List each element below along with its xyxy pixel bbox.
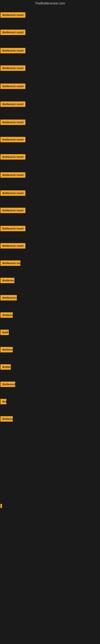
- bottleneck-item-13[interactable]: Bottleneck result: [0, 226, 25, 231]
- bottleneck-item-23[interactable]: Bot: [0, 399, 6, 404]
- bottleneck-item-15[interactable]: Bottleneck res: [0, 260, 20, 266]
- site-title: TheBottlenecker.com: [0, 0, 100, 7]
- bottleneck-item-25[interactable]: [0, 504, 2, 508]
- bottleneck-item-7[interactable]: Bottleneck result: [0, 120, 25, 125]
- bottleneck-item-11[interactable]: Bottleneck result: [0, 190, 25, 196]
- bottleneck-item-22[interactable]: Bottleneck: [0, 382, 15, 387]
- bottleneck-item-3[interactable]: Bottleneck result: [0, 48, 25, 53]
- bottleneck-item-2[interactable]: Bottleneck result: [0, 30, 25, 35]
- bottleneck-item-4[interactable]: Bottleneck result: [0, 66, 25, 71]
- bottleneck-item-12[interactable]: Bottleneck result: [0, 208, 25, 213]
- bottleneck-item-19[interactable]: Bottl: [0, 330, 9, 335]
- bottleneck-item-14[interactable]: Bottleneck result: [0, 243, 25, 248]
- bottleneck-item-6[interactable]: Bottleneck result: [0, 102, 25, 107]
- bottleneck-item-9[interactable]: Bottleneck result: [0, 154, 25, 160]
- bottleneck-item-10[interactable]: Bottleneck result: [0, 172, 25, 178]
- bottleneck-item-21[interactable]: Bottler: [0, 364, 11, 370]
- bottleneck-item-8[interactable]: Bottleneck result: [0, 137, 25, 142]
- bottleneck-item-1[interactable]: Bottleneck result: [0, 12, 25, 18]
- bottleneck-item-20[interactable]: Bottlene: [0, 347, 13, 352]
- bottleneck-item-17[interactable]: Bottleneck r: [0, 295, 17, 300]
- bottleneck-item-24[interactable]: Bottlene: [0, 416, 13, 422]
- bottleneck-item-5[interactable]: Bottleneck result: [0, 84, 25, 89]
- bottleneck-item-16[interactable]: Bottlenec: [0, 278, 14, 283]
- bottleneck-item-18[interactable]: Bottlene: [0, 312, 13, 318]
